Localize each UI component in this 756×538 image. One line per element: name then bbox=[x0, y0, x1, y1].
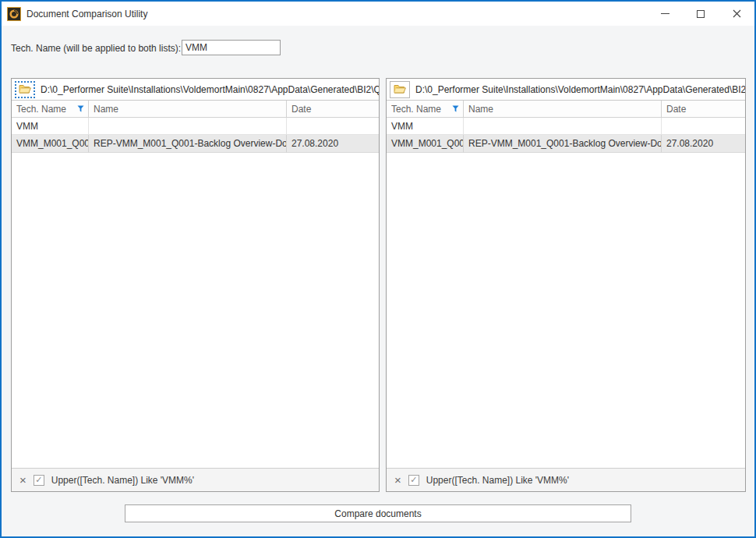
right-row-date: 27.08.2020 bbox=[662, 135, 745, 153]
left-filter-cell-name[interactable] bbox=[89, 118, 287, 135]
right-filter-expression: Upper([Tech. Name]) Like 'VMM%' bbox=[426, 475, 569, 486]
right-grid-header: Tech. Name Name Date bbox=[387, 101, 745, 118]
right-column-header-date[interactable]: Date bbox=[662, 101, 745, 117]
right-document-panel: D:\0_Performer Suite\Installations\Volde… bbox=[386, 78, 746, 492]
left-column-header-name[interactable]: Name bbox=[89, 101, 287, 117]
left-browse-folder-button[interactable] bbox=[15, 81, 35, 98]
app-window: Document Comparison Utility Tech. Name (… bbox=[0, 0, 756, 538]
left-row-date: 27.08.2020 bbox=[287, 135, 379, 153]
minimize-icon bbox=[661, 13, 669, 14]
right-column-header-name[interactable]: Name bbox=[464, 101, 662, 117]
right-grid-empty-area bbox=[387, 153, 745, 468]
maximize-button[interactable] bbox=[683, 2, 719, 26]
left-path-bar: D:\0_Performer Suite\Installations\Volde… bbox=[12, 79, 379, 101]
maximize-icon bbox=[697, 10, 705, 18]
close-button[interactable] bbox=[719, 2, 754, 26]
right-browse-folder-button[interactable] bbox=[390, 81, 410, 98]
app-logo-icon bbox=[7, 7, 21, 21]
compare-documents-button[interactable]: Compare documents bbox=[125, 504, 631, 522]
clear-filter-icon[interactable]: × bbox=[394, 474, 401, 486]
right-row-tech-name: VMM_M001_Q001 bbox=[387, 135, 464, 153]
close-icon bbox=[733, 9, 741, 18]
filter-enabled-checkbox[interactable]: ✓ bbox=[408, 475, 419, 486]
right-row-name: REP-VMM_M001_Q001-Backlog Overview-Doc_E… bbox=[464, 135, 662, 153]
left-filter-bar: × ✓ Upper([Tech. Name]) Like 'VMM%' bbox=[12, 468, 379, 491]
folder-open-icon bbox=[19, 84, 31, 94]
right-filter-cell-name[interactable] bbox=[464, 118, 662, 135]
right-auto-filter-row: VMM bbox=[387, 118, 745, 135]
left-filter-cell-date[interactable] bbox=[287, 118, 379, 135]
right-column-header-tech-name[interactable]: Tech. Name bbox=[387, 101, 464, 117]
left-grid-header: Tech. Name Name Date bbox=[12, 101, 379, 118]
minimize-button[interactable] bbox=[647, 2, 683, 26]
folder-open-icon bbox=[394, 84, 406, 94]
right-filter-cell-date[interactable] bbox=[662, 118, 745, 135]
left-table-row[interactable]: VMM_M001_Q001 REP-VMM_M001_Q001-Backlog … bbox=[12, 135, 379, 153]
left-document-panel: D:\0_Performer Suite\Installations\Volde… bbox=[11, 78, 380, 492]
right-path-bar: D:\0_Performer Suite\Installations\Volde… bbox=[387, 79, 745, 101]
left-filter-cell-tech-name[interactable]: VMM bbox=[12, 118, 89, 135]
left-auto-filter-row: VMM bbox=[12, 118, 379, 135]
filter-funnel-icon[interactable] bbox=[452, 105, 459, 112]
window-controls bbox=[647, 2, 754, 26]
left-column-header-date[interactable]: Date bbox=[287, 101, 379, 117]
tech-name-input[interactable] bbox=[182, 40, 281, 55]
left-filter-expression: Upper([Tech. Name]) Like 'VMM%' bbox=[51, 475, 194, 486]
clear-filter-icon[interactable]: × bbox=[19, 474, 26, 486]
left-column-header-tech-name[interactable]: Tech. Name bbox=[12, 101, 89, 117]
window-title: Document Comparison Utility bbox=[26, 9, 147, 19]
right-table-row[interactable]: VMM_M001_Q001 REP-VMM_M001_Q001-Backlog … bbox=[387, 135, 745, 153]
filter-funnel-icon[interactable] bbox=[77, 105, 84, 112]
title-bar: Document Comparison Utility bbox=[2, 2, 754, 26]
right-filter-cell-tech-name[interactable]: VMM bbox=[387, 118, 464, 135]
left-grid-empty-area bbox=[12, 153, 379, 468]
left-row-tech-name: VMM_M001_Q001 bbox=[12, 135, 89, 153]
right-folder-path: D:\0_Performer Suite\Installations\Volde… bbox=[415, 84, 745, 95]
left-row-name: REP-VMM_M001_Q001-Backlog Overview-Doc_E… bbox=[89, 135, 287, 153]
left-folder-path: D:\0_Performer Suite\Installations\Volde… bbox=[41, 84, 379, 95]
right-filter-bar: × ✓ Upper([Tech. Name]) Like 'VMM%' bbox=[387, 468, 745, 491]
tech-name-label: Tech. Name (will be applied to both list… bbox=[11, 43, 181, 54]
filter-enabled-checkbox[interactable]: ✓ bbox=[34, 475, 44, 486]
